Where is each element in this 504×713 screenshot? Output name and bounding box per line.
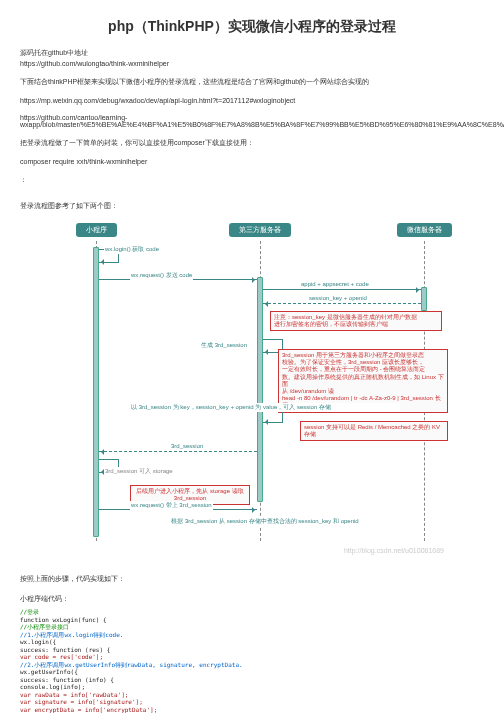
arrow-label: wx.request() 带上 3rd_session <box>130 501 213 510</box>
arrow-label: session_key + openid <box>308 295 368 301</box>
arrow-label: 3rd_session 可入 storage <box>104 467 174 476</box>
lane-miniprogram: 小程序 <box>60 223 132 237</box>
wx-doc-link[interactable]: https://mp.weixin.qq.com/debug/wxadoc/de… <box>20 97 484 104</box>
arrow-label: 以 3rd_session 为 key，session_key + openid… <box>130 403 400 412</box>
warning-box: 注意：session_key 是微信服务器生成的针对用户数据 进行加密签名的密钥… <box>270 311 442 331</box>
intro-line: 登录流程图参考了如下两个图： <box>20 201 484 211</box>
page-title: php（ThinkPHP）实现微信小程序的登录过程 <box>20 18 484 36</box>
intro-line: 把登录流程做了一下简单的封装，你可以直接使用composer下载直接使用： <box>20 138 484 148</box>
lane-wechat: 微信服务器 <box>388 223 460 237</box>
arrow-label: 根据 3rd_session 从 session 存储中查找合法的 sessio… <box>160 517 370 526</box>
activation <box>93 247 99 537</box>
arrow <box>99 451 257 452</box>
arrow-label: wx.request() 发送 code <box>130 271 193 280</box>
arrow-label: 生成 3rd_session <box>200 341 248 350</box>
activation <box>257 277 263 502</box>
arrow <box>263 289 421 290</box>
intro-line: 源码托在github中地址 <box>20 48 484 58</box>
colon: ： <box>20 175 484 185</box>
code-section: 按照上面的步骤，代码实现如下： 小程序端代码： //登录 function wx… <box>20 574 484 713</box>
watermark: http://blog.csdn.net/u010081689 <box>20 547 444 554</box>
lane-server: 第三方服务器 <box>224 223 296 237</box>
section-text: 按照上面的步骤，代码实现如下： <box>20 574 484 584</box>
composer-cmd: composer require xxh/think-wxminihelper <box>20 158 484 165</box>
code-block: //登录 function wxLogin(func) { //小程序登录接口 … <box>20 608 484 713</box>
github-link[interactable]: https://github.com/wulongtao/think-wxmin… <box>20 60 484 67</box>
note-box: session 支持可以是 Redis / Memcached 之类的 KV 存… <box>300 421 448 441</box>
sequence-diagram: 小程序 第三方服务器 微信服务器 wx.login() 获取 code wx.r… <box>60 223 460 541</box>
arrow-label: 3rd_session <box>170 443 204 449</box>
arrow-label: wx.login() 获取 code <box>104 245 160 254</box>
github-learning-link[interactable]: https://github.com/cantoo/learning-wxapp… <box>20 114 484 128</box>
arrow-label: appid + appsecret + code <box>300 281 370 287</box>
intro-block: 源码托在github中地址 https://github.com/wulongt… <box>20 48 484 211</box>
arrow <box>263 303 421 304</box>
intro-line: 下面结合thinkPHP框架来实现以下微信小程序的登录流程，这些流程是结合了官网… <box>20 77 484 87</box>
section-text: 小程序端代码： <box>20 594 484 604</box>
